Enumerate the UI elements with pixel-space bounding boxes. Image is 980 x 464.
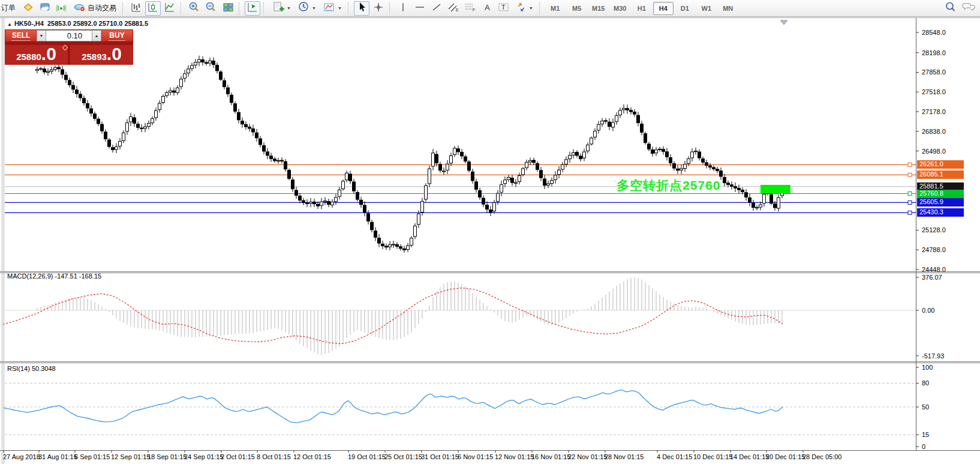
timeframe-M30[interactable]: M30 [610,2,630,15]
bar-chart-icon [131,2,142,15]
line-chart-icon [164,2,175,15]
svg-text:F: F [473,8,475,12]
cursor-button[interactable] [354,1,369,16]
hline-handle[interactable] [908,192,912,196]
chart-shift-icon [247,2,258,15]
zoom-in-icon [188,1,200,15]
rsi-tick-0: 0 [922,443,925,450]
candlestick-icon [148,2,158,15]
indicators-button[interactable]: ▼ [269,1,294,16]
crosshair-icon [373,2,384,15]
add-indicator-icon [272,1,284,15]
time-label: 2 Oct 01:15 [221,453,255,460]
price-tick-24448.0: 24448.0 [922,266,946,273]
time-label: 19 Oct 01:15 [348,453,386,460]
time-label: 6 Nov 01:15 [458,453,493,460]
timeframe-W1[interactable]: W1 [696,2,717,15]
chart-shift-marker-icon[interactable] [780,20,787,25]
zoom-in-button[interactable] [187,1,202,16]
timeframe-M15[interactable]: M15 [588,2,609,15]
vertical-line-icon [399,2,407,15]
chart-plot-area[interactable] [0,17,980,464]
periods-button[interactable]: ▼ [295,1,319,16]
chart-window: ▲HK50-,H4 25853.0 25892.0 25710.0 25881.… [0,17,980,464]
chart-ohlc: 25853.0 25892.0 25710.0 25881.5 [47,20,148,27]
buy-price-display[interactable]: 25893.0 [70,45,133,65]
line-chart-button[interactable] [162,1,178,16]
highlight-box[interactable] [760,185,790,193]
gold-diamond-icon [22,2,34,15]
bar-chart-button[interactable] [128,1,144,16]
time-label: 12 Sep 01:15 [111,453,150,460]
arrows-icon [516,2,527,15]
price-tick-27518.0: 27518.0 [922,88,946,95]
time-label: 12 Oct 01:15 [293,453,331,460]
tile-windows-icon [223,2,234,15]
timeframe-H1[interactable]: H1 [632,2,652,15]
signals-button[interactable] [54,1,70,16]
horizontal-line-icon [414,3,425,14]
hline-handle[interactable] [908,211,912,214]
hline-handle[interactable] [908,173,912,176]
crosshair-button[interactable] [371,1,386,16]
time-label: 22 Nov 01:15 [568,453,607,460]
horizontal-line-button[interactable] [412,1,428,16]
news-window-button[interactable] [37,1,53,16]
hline-handle[interactable] [908,200,912,204]
trendline-button[interactable] [429,1,444,16]
equidistant-channel-button[interactable]: E [446,1,461,16]
chat-button[interactable] [961,1,976,16]
zoom-out-button[interactable] [203,1,219,16]
timeframe-H4[interactable]: H4 [653,2,674,15]
sell-price-display[interactable]: 25880.0 [5,45,68,65]
fibonacci-button[interactable]: F [462,1,478,16]
channel-icon: E [447,2,459,15]
timeframe-M1[interactable]: M1 [545,2,566,15]
time-label: 4 Dec 01:15 [657,453,692,460]
collapse-arrow-icon[interactable]: ▲ [7,22,12,27]
fibonacci-icon: F [464,2,476,15]
timeframe-M5[interactable]: M5 [567,2,587,15]
text-a-icon: A [482,2,492,15]
one-click-trading-panel: SELL ▼ ▲ BUY 25880.0 25893.0 [5,29,133,65]
autotrading-button[interactable]: 自动交易 [71,1,119,16]
chat-bubbles-icon [962,1,975,15]
market-watch-button[interactable] [20,1,36,16]
pivot-annotation-text[interactable]: 多空转折点25760 [617,177,720,194]
candlestick-chart-button[interactable] [145,1,161,16]
toolbar-separator [239,2,242,14]
time-label: 25 Oct 01:15 [384,453,422,460]
dropdown-caret-icon: ▼ [338,6,342,10]
hline-handle[interactable] [908,163,912,166]
price-tag-25605.9: 25605.9 [917,198,964,206]
time-label: 20 Dec 01:15 [766,453,805,460]
rsi-tick-15: 15 [922,431,929,438]
buy-button[interactable]: BUY [101,30,133,41]
arrows-button[interactable]: ▼ [513,1,536,16]
rsi-label: RSI(14) 50.3048 [7,365,56,372]
trendline-icon [431,2,442,15]
volume-input[interactable] [46,30,92,41]
chart-shift-button[interactable] [245,1,260,16]
chart-title: ▲HK50-,H4 25853.0 25892.0 25710.0 25881.… [7,20,148,27]
macd-tick-376.07: 376.07 [922,274,942,281]
volume-down-button[interactable]: ▼ [37,30,46,41]
vertical-line-button[interactable] [395,1,411,16]
toolbar-separator [263,2,266,14]
macd-tick--517.93: -517.93 [922,352,944,360]
timeframe-D1[interactable]: D1 [675,2,695,15]
signal-icon [56,2,68,15]
timeframe-MN[interactable]: MN [718,2,738,15]
tile-windows-button[interactable] [220,1,236,16]
text-label-button[interactable]: T [496,1,512,16]
clock-icon [298,1,309,15]
volume-up-button[interactable]: ▲ [92,30,101,41]
search-button[interactable] [943,1,958,16]
text-button[interactable]: A [479,1,495,16]
sell-button[interactable]: SELL [5,30,37,41]
search-icon [945,1,957,15]
new-order-button[interactable]: 订单 [1,3,19,13]
price-tick-24788.0: 24788.0 [922,246,946,253]
templates-button[interactable]: ▼ [320,1,345,16]
time-label: 31 Aug 01:15 [38,453,77,460]
